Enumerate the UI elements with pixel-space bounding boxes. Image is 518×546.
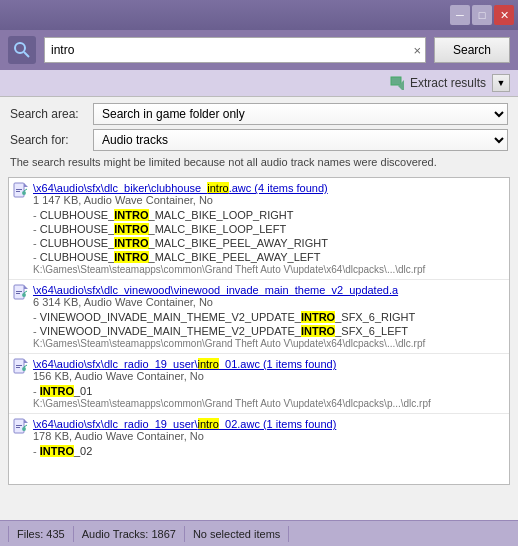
app-icon — [8, 36, 36, 64]
search-input[interactable] — [44, 37, 426, 63]
track-item: - VINEWOOD_INVADE_MAIN_THEME_V2_UPDATE_I… — [9, 324, 509, 338]
svg-rect-18 — [16, 365, 22, 366]
audio-file-icon — [13, 284, 29, 303]
extract-icon — [390, 76, 406, 90]
svg-marker-11 — [24, 285, 28, 289]
svg-marker-23 — [24, 419, 28, 423]
track-item: - CLUBHOUSE_INTRO_MALC_BIKE_LOOP_LEFT — [9, 222, 509, 236]
status-selected: No selected items — [185, 526, 289, 542]
group-meta: 1 147 KB, Audio Wave Container, No — [33, 194, 505, 206]
svg-point-26 — [22, 427, 26, 431]
svg-rect-6 — [16, 189, 22, 190]
extract-dropdown-button[interactable]: ▼ — [492, 74, 510, 92]
svg-rect-7 — [16, 191, 20, 192]
form-area: Search area: Search in game folder only … — [0, 97, 518, 177]
extract-bar: Extract results ▼ — [0, 70, 518, 97]
svg-rect-2 — [391, 77, 401, 85]
search-input-wrap: × — [44, 37, 426, 63]
svg-marker-17 — [24, 359, 28, 363]
group-header: \x64\audio\sfx\dlc_radio_19_user\intro_0… — [9, 416, 509, 444]
group-info: \x64\audio\sfx\dlc_radio_19_user\intro_0… — [33, 358, 505, 382]
group-meta: 156 KB, Audio Wave Container, No — [33, 370, 505, 382]
group-info: \x64\audio\sfx\dlc_biker\clubhouse_intro… — [33, 182, 505, 206]
group-info: \x64\audio\sfx\dlc_radio_19_user\intro_0… — [33, 418, 505, 442]
search-for-select[interactable]: Audio tracks — [93, 129, 508, 151]
minimize-button[interactable]: ─ — [450, 5, 470, 25]
result-group: \x64\audio\sfx\dlc_vinewood\vinewood_inv… — [9, 282, 509, 354]
svg-marker-5 — [24, 183, 28, 187]
group-header: \x64\audio\sfx\dlc_vinewood\vinewood_inv… — [9, 282, 509, 310]
track-item: - CLUBHOUSE_INTRO_MALC_BIKE_LOOP_RIGHT — [9, 208, 509, 222]
clear-button[interactable]: × — [411, 44, 423, 57]
search-area-row: Search area: Search in game folder only — [10, 103, 508, 125]
title-bar: ─ □ ✕ — [0, 0, 518, 30]
group-meta: 6 314 KB, Audio Wave Container, No — [33, 296, 505, 308]
group-filename[interactable]: \x64\audio\sfx\dlc_vinewood\vinewood_inv… — [33, 284, 505, 296]
group-filename[interactable]: \x64\audio\sfx\dlc_radio_19_user\intro_0… — [33, 358, 505, 370]
track-item: - CLUBHOUSE_INTRO_MALC_BIKE_PEEL_AWAY_RI… — [9, 236, 509, 250]
audio-file-icon — [13, 358, 29, 377]
svg-rect-19 — [16, 367, 20, 368]
search-for-row: Search for: Audio tracks — [10, 129, 508, 151]
search-bar: × Search — [0, 30, 518, 70]
group-meta: 178 KB, Audio Wave Container, No — [33, 430, 505, 442]
result-group: \x64\audio\sfx\dlc_radio_19_user\intro_0… — [9, 416, 509, 458]
group-filename[interactable]: \x64\audio\sfx\dlc_radio_19_user\intro_0… — [33, 418, 505, 430]
group-header: \x64\audio\sfx\dlc_radio_19_user\intro_0… — [9, 356, 509, 384]
close-button[interactable]: ✕ — [494, 5, 514, 25]
group-path: K:\Games\Steam\steamapps\common\Grand Th… — [9, 264, 509, 277]
status-bar: Files: 435 Audio Tracks: 1867 No selecte… — [0, 520, 518, 546]
group-info: \x64\audio\sfx\dlc_vinewood\vinewood_inv… — [33, 284, 505, 308]
svg-point-0 — [15, 43, 25, 53]
extract-label: Extract results — [390, 76, 486, 90]
svg-point-14 — [22, 293, 26, 297]
group-path: K:\Games\Steam\steamapps\common\Grand Th… — [9, 338, 509, 351]
warning-text: The search results might be limited beca… — [10, 155, 508, 169]
svg-point-8 — [22, 191, 26, 195]
track-item: - INTRO_01 — [9, 384, 509, 398]
track-item: - CLUBHOUSE_INTRO_MALC_BIKE_PEEL_AWAY_LE… — [9, 250, 509, 264]
search-button[interactable]: Search — [434, 37, 510, 63]
maximize-button[interactable]: □ — [472, 5, 492, 25]
svg-point-20 — [22, 367, 26, 371]
result-group: \x64\audio\sfx\dlc_biker\clubhouse_intro… — [9, 180, 509, 280]
svg-rect-25 — [16, 427, 20, 428]
results-inner: \x64\audio\sfx\dlc_biker\clubhouse_intro… — [9, 178, 509, 462]
svg-rect-24 — [16, 425, 22, 426]
search-area-select[interactable]: Search in game folder only — [93, 103, 508, 125]
group-header: \x64\audio\sfx\dlc_biker\clubhouse_intro… — [9, 180, 509, 208]
svg-line-1 — [24, 52, 29, 57]
group-filename[interactable]: \x64\audio\sfx\dlc_biker\clubhouse_intro… — [33, 182, 505, 194]
audio-file-icon — [13, 418, 29, 437]
audio-file-icon — [13, 182, 29, 201]
group-path: K:\Games\Steam\steamapps\common\Grand Th… — [9, 398, 509, 411]
for-label: Search for: — [10, 133, 85, 147]
track-item: - INTRO_02 — [9, 444, 509, 458]
status-tracks: Audio Tracks: 1867 — [74, 526, 185, 542]
track-item: - VINEWOOD_INVADE_MAIN_THEME_V2_UPDATE_I… — [9, 310, 509, 324]
svg-rect-13 — [16, 293, 20, 294]
result-group: \x64\audio\sfx\dlc_radio_19_user\intro_0… — [9, 356, 509, 414]
area-label: Search area: — [10, 107, 85, 121]
results-area[interactable]: \x64\audio\sfx\dlc_biker\clubhouse_intro… — [8, 177, 510, 485]
svg-rect-12 — [16, 291, 22, 292]
status-files: Files: 435 — [8, 526, 74, 542]
